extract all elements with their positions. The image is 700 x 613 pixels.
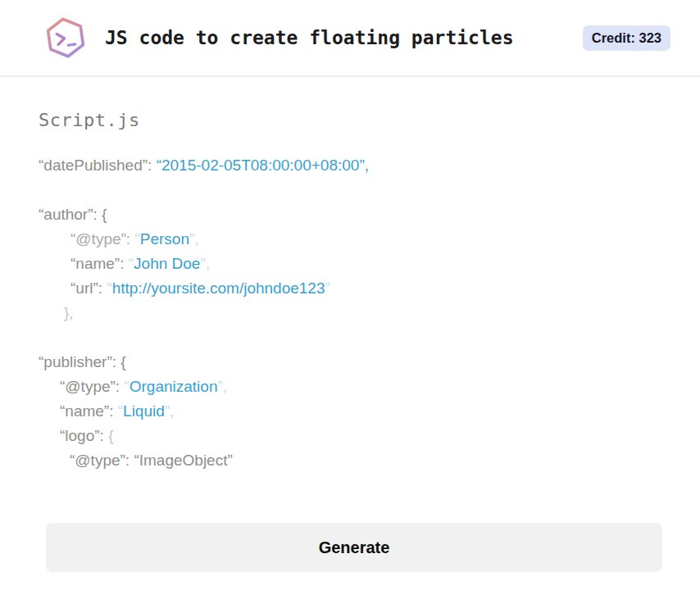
code-token: “publisher”	[39, 353, 112, 370]
code-line: “name”: “John Doe”,	[39, 252, 662, 276]
code-line: “@type”: “Person”,	[39, 227, 662, 252]
code-token: ”,	[217, 378, 227, 395]
code-line: },	[39, 301, 662, 325]
code-token: {	[108, 427, 113, 444]
code-line	[39, 325, 662, 350]
code-token: :	[126, 230, 135, 247]
code-block: “datePublished”: “2015-02-05T08:00:00+08…	[39, 153, 662, 473]
code-token: {	[102, 206, 107, 223]
main-content: Script.js “datePublished”: “2015-02-05T0…	[0, 110, 700, 473]
code-token: “logo”	[60, 427, 100, 444]
code-token: :	[120, 255, 129, 272]
code-token: :	[109, 402, 118, 420]
code-token: {	[120, 353, 125, 370]
code-line: “logo”: {	[39, 424, 662, 448]
code-token: “@type”	[70, 230, 126, 247]
app-window: JS code to create floating particles Cre…	[0, 0, 700, 613]
code-token: :	[116, 378, 125, 395]
terminal-hexagon-icon	[43, 15, 89, 61]
filename-heading: Script.js	[39, 110, 662, 130]
code-token: ”,	[189, 230, 199, 247]
code-token: “author”	[39, 206, 93, 223]
code-token: :	[93, 206, 102, 223]
code-token: John Doe	[134, 255, 200, 272]
code-token: Person	[140, 230, 189, 247]
code-token: “@type”	[60, 378, 116, 395]
code-token: ”	[325, 279, 330, 297]
code-token: Organization	[130, 378, 218, 395]
credit-badge: Credit: 323	[583, 25, 670, 51]
code-token: },	[64, 304, 74, 321]
code-line: “@type”: “ImageObject”	[39, 448, 662, 473]
code-line: “@type”: “Organization”,	[39, 375, 662, 399]
code-token: “name”	[60, 402, 109, 420]
code-token: :	[148, 157, 157, 174]
code-token: “datePublished”	[39, 157, 148, 174]
code-token: ”,	[200, 255, 210, 272]
generate-row: Generate	[46, 523, 662, 572]
code-token: :	[112, 353, 121, 370]
generate-button[interactable]: Generate	[46, 523, 662, 572]
code-token: Liquid	[123, 402, 165, 420]
page-title: JS code to create floating particles	[105, 27, 514, 48]
header: JS code to create floating particles Cre…	[0, 0, 700, 77]
code-line: “url”: “http://yoursite.com/johndoe123”	[39, 276, 662, 301]
code-token: :	[100, 427, 109, 444]
code-line: “name”: “Liquid”,	[39, 399, 662, 424]
code-line: “datePublished”: “2015-02-05T08:00:00+08…	[39, 153, 662, 178]
code-line: “publisher”: {	[39, 350, 662, 375]
code-line	[39, 178, 662, 202]
code-token: ”,	[165, 402, 175, 420]
code-token: “url”	[70, 279, 98, 297]
code-token: “2015-02-05T08:00:00+08:00”,	[157, 157, 369, 174]
code-line: “author”: {	[39, 202, 662, 227]
code-token: “@type”: “ImageObject”	[70, 452, 233, 469]
code-token: http://yoursite.com/johndoe123	[112, 279, 325, 297]
code-token: :	[98, 279, 107, 297]
code-token: “name”	[70, 255, 120, 272]
